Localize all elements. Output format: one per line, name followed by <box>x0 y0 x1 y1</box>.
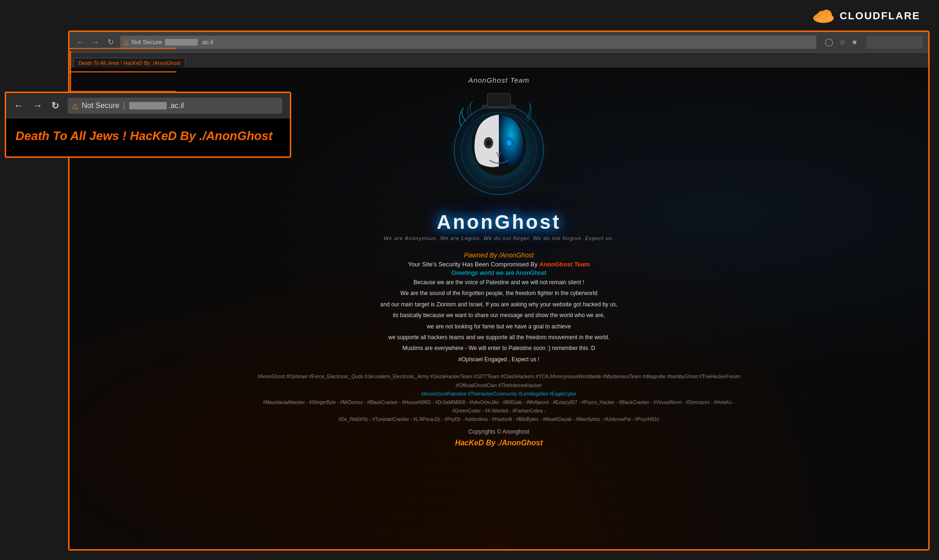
pawned-by-name: /AnonGhost <box>499 251 534 259</box>
reload-button[interactable]: ↻ <box>105 37 116 47</box>
hashtags-line-3: #MauritaniaAttacker - #StingerByte - #Mr… <box>255 398 743 415</box>
pawned-section: Pawned By /AnonGhost Your Site's Securit… <box>371 251 627 366</box>
callout-url-bar: △ Not Secure | .ac.il <box>68 98 282 114</box>
hashtags-line-4: #De_Reb0rNz - #TunisianCracker - #L'APoc… <box>255 415 743 424</box>
google-account-icon[interactable]: ◯ <box>825 38 833 47</box>
pawned-by-label: Pawned By <box>464 251 497 259</box>
body-line-4: its basically because we want to share o… <box>380 311 618 320</box>
body-line-2: We are the sound of the forgotten people… <box>380 288 618 298</box>
hacked-by-footer: HacKeD By ./AnonGhost <box>455 439 543 447</box>
callout-toolbar: ← → ↻ △ Not Secure | .ac.il <box>6 93 290 118</box>
forward-button[interactable]: → <box>90 37 101 47</box>
tab-bar: Death To All Jews ! HacKeD By ./AnonGhos… <box>70 53 928 68</box>
body-line-6: we supporte all hackers teams and we sup… <box>380 333 618 342</box>
hashtags-line-1: #AnonGhost #OpIsrael #Force_Electronic_Q… <box>255 372 743 390</box>
security-warning-icon: △ <box>124 39 129 46</box>
body-line-5: we are not looking for fame but we have … <box>380 322 618 331</box>
body-line-1: Because we are the voice of Palestine an… <box>380 278 618 287</box>
callout-url-suffix: .ac.il <box>169 101 184 110</box>
browser-icons-right: ◯ ☆ ★ <box>825 38 858 47</box>
compromised-line: Your Site's Security Has Been Compromise… <box>380 261 618 268</box>
callout-divider: | <box>123 101 125 110</box>
svg-point-11 <box>507 140 512 146</box>
compromised-team: AnonGhost Team <box>539 261 590 268</box>
cloudflare-name: CLOUDFLARE <box>839 10 920 22</box>
url-bar[interactable]: △ Not Secure .ac.il <box>120 36 816 49</box>
callout-warning-icon: △ <box>72 101 78 110</box>
url-domain: .ac.il <box>201 39 213 46</box>
star-icon[interactable]: ★ <box>851 38 858 47</box>
callout-back-btn: ← <box>14 100 24 112</box>
cloudflare-logo-icon <box>811 8 836 23</box>
svg-rect-13 <box>487 93 511 107</box>
body-line-3: and our main target is Zionism and Israe… <box>380 300 618 309</box>
url-redacted-part <box>165 39 198 46</box>
extensions-bar <box>866 36 923 49</box>
callout-reload-btn: ↻ <box>51 100 59 111</box>
ghost-graphic <box>433 89 565 211</box>
back-button[interactable]: ← <box>75 37 85 47</box>
svg-point-3 <box>818 11 825 18</box>
copyright-line: Copyrights © Anonghost <box>468 428 529 435</box>
callout-not-secure: Not Secure <box>82 101 119 110</box>
callout-domain: .ac.il <box>129 101 184 110</box>
pawned-by-line: Pawned By /AnonGhost <box>380 251 618 259</box>
hashtags-section: #AnonGhost #OpIsrael #Force_Electronic_Q… <box>241 372 757 424</box>
browser-toolbar: ← → ↻ △ Not Secure .ac.il ◯ ☆ ★ <box>70 32 928 53</box>
anon-subtitle: We are Anonymous. We are Legion. We do n… <box>384 235 614 241</box>
team-title: AnonGhost Team <box>468 76 529 84</box>
callout-forward-btn: → <box>32 100 43 112</box>
body-line-8: #OpIsrael Engaged , Expect us ! <box>380 355 618 364</box>
cloudflare-branding: CLOUDFLARE <box>811 8 920 23</box>
bookmark-icon[interactable]: ☆ <box>839 38 846 47</box>
hashtags-line-2: #AnonGhostPalestine #TheHackerCommunity … <box>255 390 743 398</box>
browser-tab[interactable]: Death To All Jews ! HacKeD By ./AnonGhos… <box>73 58 186 68</box>
callout-zoom-box: ← → ↻ △ Not Secure | .ac.il Death To All… <box>5 92 291 158</box>
callout-hacked-text: Death To All Jews ! HacKeD By ./AnonGhos… <box>6 118 290 156</box>
body-line-7: Muslims are everywhere - We will enter t… <box>380 343 618 353</box>
callout-url-redacted <box>129 102 167 109</box>
svg-point-9 <box>486 140 491 146</box>
greetings-line: Greetings world we are AnonGhost <box>380 269 618 276</box>
anonghost-brand: AnonGhost <box>437 211 561 233</box>
not-secure-label: Not Secure <box>132 39 162 46</box>
